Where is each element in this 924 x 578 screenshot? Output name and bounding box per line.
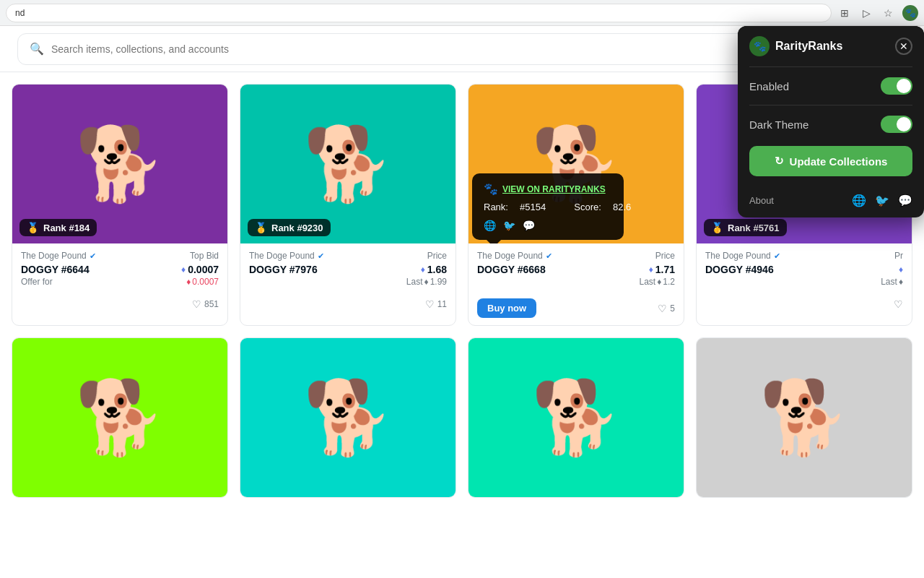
nft-name-4: DOGGY #4946 — [705, 264, 774, 275]
popup-close-button[interactable]: ✕ — [895, 38, 912, 55]
footer-twitter-icon[interactable]: 🐦 — [875, 194, 889, 207]
nft-card-5[interactable]: 🐕 — [12, 337, 228, 498]
close-x-icon: ✕ — [899, 40, 908, 52]
dark-theme-row: Dark Theme — [738, 105, 924, 143]
offer-eth-icon-1: ♦ — [186, 277, 191, 287]
dark-theme-label: Dark Theme — [749, 118, 808, 131]
rank-badge-4: 🥇 Rank #5761 — [704, 219, 787, 236]
refresh-icon: ↻ — [775, 155, 784, 168]
tooltip-arrow — [487, 240, 501, 243]
last-price-2: Last ♦1.99 — [406, 277, 447, 287]
tooltip-rank-value: #5154 — [520, 202, 546, 212]
nft-footer-1: ♡ 851 — [12, 294, 227, 317]
collection-name-2: The Doge Pound ✔ — [249, 251, 324, 261]
footer-discord-icon[interactable]: 💬 — [898, 194, 912, 207]
tooltip-stats: Rank: #5154 Score: 82.6 — [484, 202, 612, 212]
tooltip-header: 🐾 VIEW ON RARITYRANKS — [484, 182, 612, 196]
price-label-3: Price — [655, 251, 675, 261]
nft-name-3: DOGGY #6668 — [477, 264, 546, 275]
nft-image-7: 🐕 — [468, 338, 684, 497]
tooltip-rank-label: Rank: — [484, 202, 508, 212]
tooltip-globe-icon[interactable]: 🌐 — [484, 220, 496, 231]
rank-medal-icon-4: 🥇 — [711, 222, 723, 233]
rank-medal-icon-1: 🥇 — [27, 222, 39, 233]
price-label-4: Pr — [894, 251, 903, 261]
translate-icon[interactable]: ⊞ — [837, 6, 852, 20]
browser-icons: ⊞ ▷ ☆ 🐾 — [837, 5, 918, 21]
enabled-label: Enabled — [749, 80, 789, 92]
popup-title: RarityRanks — [775, 40, 842, 53]
update-btn-label: Update Collections — [790, 155, 888, 168]
nft-image-5: 🐕 — [12, 338, 227, 497]
verified-icon-2: ✔ — [318, 251, 324, 261]
nft-price-3: ♦1.71 — [649, 264, 675, 275]
nft-price-4: ♦ — [899, 264, 903, 275]
like-row-3: ♡ 5 — [658, 303, 675, 314]
search-bar[interactable]: 🔍 — [17, 33, 808, 65]
last-price-4: Last ♦ — [881, 277, 903, 287]
extension-paw-icon[interactable]: 🐾 — [902, 5, 918, 21]
dark-theme-toggle-knob — [897, 117, 911, 131]
nft-footer-4: ♡ — [697, 294, 912, 317]
nft-image-3: 🐕 🐾 VIEW ON RARITYRANKS Rank: #5154 Scor… — [468, 85, 684, 243]
buy-now-button-3[interactable]: Buy now — [477, 298, 536, 318]
eth-icon-3: ♦ — [649, 264, 653, 275]
eth-icon-4: ♦ — [899, 264, 903, 275]
footer-globe-icon[interactable]: 🌐 — [852, 194, 866, 207]
price-label-1: Top Bid — [190, 251, 219, 261]
nft-price-2: ♦1.68 — [421, 264, 447, 275]
nft-footer-3: Buy now ♡ 5 — [468, 294, 684, 325]
nft-card-8[interactable]: 🐕 — [696, 337, 912, 498]
like-row-2: ♡ 11 — [425, 298, 447, 310]
rank-value-4: Rank #5761 — [728, 223, 780, 233]
nft-price-1: ♦0.0007 — [181, 264, 219, 275]
tooltip-paw-icon: 🐾 — [484, 182, 498, 196]
nft-image-6: 🐕 — [240, 338, 456, 497]
enabled-toggle-knob — [897, 79, 911, 93]
rank-badge-2: 🥇 Rank #9230 — [248, 219, 331, 236]
last-eth-4: ♦ — [899, 277, 903, 287]
enabled-toggle[interactable] — [881, 77, 912, 95]
nft-info-2: The Doge Pound ✔ Price DOGGY #7976 ♦1.68… — [240, 243, 456, 294]
dark-theme-toggle[interactable] — [881, 116, 912, 133]
nft-card-7[interactable]: 🐕 — [468, 337, 684, 498]
eth-icon-1: ♦ — [181, 264, 186, 275]
like-row-1: ♡ 851 — [192, 298, 219, 310]
cast-icon[interactable]: ▷ — [859, 6, 873, 20]
update-collections-button[interactable]: ↻ Update Collections — [749, 146, 912, 176]
nft-grid-row2: 🐕 🐕 🐕 🐕 — [0, 337, 924, 509]
nft-info-4: The Doge Pound ✔ Pr DOGGY #4946 ♦ Last ♦ — [697, 243, 912, 294]
browser-bar: nd ⊞ ▷ ☆ 🐾 — [0, 0, 924, 26]
offer-price-1: ♦0.0007 — [186, 277, 219, 287]
tooltip-social: 🌐 🐦 💬 — [484, 220, 612, 231]
rank-badge-1: 🥇 Rank #184 — [19, 219, 97, 236]
browser-url-bar[interactable]: nd — [6, 4, 832, 22]
dog-art-8: 🐕 — [697, 338, 912, 497]
search-input[interactable] — [51, 43, 796, 55]
nft-name-2: DOGGY #7976 — [249, 264, 318, 275]
nft-card-1[interactable]: 🐕 🥇 Rank #184 The Doge Pound ✔ Top Bid D… — [12, 84, 228, 326]
rank-value-1: Rank #184 — [43, 223, 90, 233]
nft-card-6[interactable]: 🐕 — [240, 337, 456, 498]
nft-card-2[interactable]: 🐕 🥇 Rank #9230 The Doge Pound ✔ Price DO… — [240, 84, 456, 326]
popup-title-group: 🐾 RarityRanks — [749, 36, 842, 56]
nft-card-3[interactable]: 🐕 🐾 VIEW ON RARITYRANKS Rank: #5154 Scor… — [468, 84, 684, 326]
verified-icon-3: ✔ — [546, 251, 552, 261]
tooltip-discord-icon[interactable]: 💬 — [523, 220, 535, 231]
price-label-2: Price — [427, 251, 447, 261]
rank-tooltip: 🐾 VIEW ON RARITYRANKS Rank: #5154 Score:… — [472, 173, 624, 240]
nft-info-1: The Doge Pound ✔ Top Bid DOGGY #6644 ♦0.… — [12, 243, 227, 294]
about-link[interactable]: About — [749, 195, 774, 206]
last-price-3: Last ♦1.2 — [640, 277, 676, 287]
tooltip-rarityranks-link[interactable]: VIEW ON RARITYRANKS — [502, 184, 606, 194]
dog-art-6: 🐕 — [240, 338, 456, 497]
star-icon[interactable]: ☆ — [881, 6, 895, 20]
tooltip-twitter-icon[interactable]: 🐦 — [503, 220, 515, 231]
nft-image-8: 🐕 — [697, 338, 912, 497]
heart-icon-3: ♡ — [658, 303, 667, 314]
nft-image-1: 🐕 🥇 Rank #184 — [12, 85, 227, 243]
verified-icon-1: ✔ — [90, 251, 96, 261]
nft-info-3: The Doge Pound ✔ Price DOGGY #6668 ♦1.71… — [468, 243, 684, 294]
heart-icon-2: ♡ — [425, 298, 435, 310]
last-eth-3: ♦ — [657, 277, 661, 287]
